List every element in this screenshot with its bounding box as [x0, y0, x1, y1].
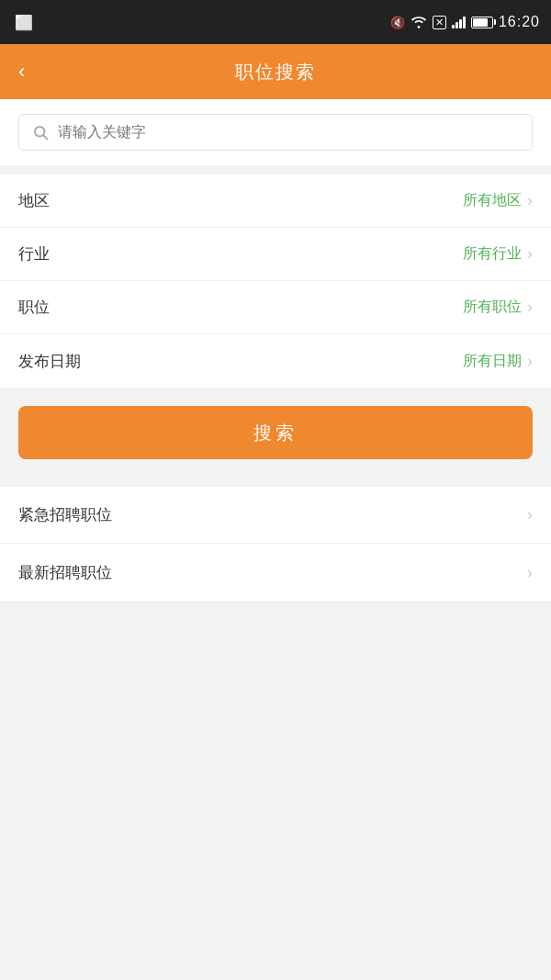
filter-row-position[interactable]: 职位 所有职位 ›	[0, 281, 551, 334]
signal-bars-icon	[452, 16, 466, 28]
filter-value-wrapper-industry: 所有行业 ›	[463, 244, 533, 264]
filter-value-wrapper-date: 所有日期 ›	[463, 352, 533, 371]
search-area	[0, 99, 551, 165]
search-input[interactable]	[58, 124, 519, 141]
quick-link-latest[interactable]: 最新招聘职位 ›	[0, 544, 551, 601]
svg-line-1	[43, 135, 47, 139]
status-bar-right: 🔇 ✕ 16:20	[390, 14, 540, 30]
chevron-right-icon-latest: ›	[527, 563, 533, 582]
filter-value-position: 所有职位	[463, 298, 522, 317]
quick-link-label-urgent: 紧急招聘职位	[18, 504, 112, 525]
filter-value-wrapper-region: 所有地区 ›	[463, 191, 533, 210]
wifi-icon	[410, 16, 427, 28]
status-bar: ⬜ 🔇 ✕ 16:20	[0, 0, 551, 44]
chevron-right-icon-region: ›	[527, 191, 533, 210]
filter-row-industry[interactable]: 行业 所有行业 ›	[0, 228, 551, 281]
search-btn-area: 搜索	[0, 388, 551, 478]
quick-link-urgent[interactable]: 紧急招聘职位 ›	[0, 487, 551, 544]
filter-value-date: 所有日期	[463, 352, 522, 371]
filter-label-region: 地区	[18, 190, 50, 211]
sim-icon: ✕	[433, 16, 446, 29]
quick-link-label-latest: 最新招聘职位	[18, 562, 112, 583]
filter-label-industry: 行业	[18, 243, 50, 265]
search-button[interactable]: 搜索	[18, 406, 533, 459]
screen-icon: ⬜	[15, 14, 33, 31]
page-title: 职位搜索	[235, 60, 316, 84]
filter-row-date[interactable]: 发布日期 所有日期 ›	[0, 334, 551, 388]
header: ‹ 职位搜索	[0, 44, 551, 99]
filter-value-wrapper-position: 所有职位 ›	[463, 298, 533, 317]
filter-section: 地区 所有地区 › 行业 所有行业 › 职位 所有职位 › 发布日期 所有日期 …	[0, 175, 551, 388]
filter-label-position: 职位	[18, 297, 50, 318]
chevron-right-icon-date: ›	[527, 352, 533, 371]
filter-value-region: 所有地区	[463, 191, 522, 210]
filter-row-region[interactable]: 地区 所有地区 ›	[0, 175, 551, 228]
back-button[interactable]: ‹	[18, 62, 25, 82]
chevron-right-icon-industry: ›	[527, 244, 533, 264]
chevron-right-icon-urgent: ›	[527, 505, 533, 524]
filter-value-industry: 所有行业	[463, 244, 522, 264]
search-icon	[32, 124, 49, 141]
chevron-right-icon-position: ›	[527, 298, 533, 317]
status-time: 16:20	[499, 14, 540, 30]
mute-icon: 🔇	[390, 16, 405, 29]
search-input-wrapper	[18, 114, 533, 151]
status-bar-left: ⬜	[15, 14, 37, 31]
filter-label-date: 发布日期	[18, 351, 81, 372]
quick-links-section: 紧急招聘职位 › 最新招聘职位 ›	[0, 487, 551, 601]
battery-icon	[471, 17, 493, 28]
